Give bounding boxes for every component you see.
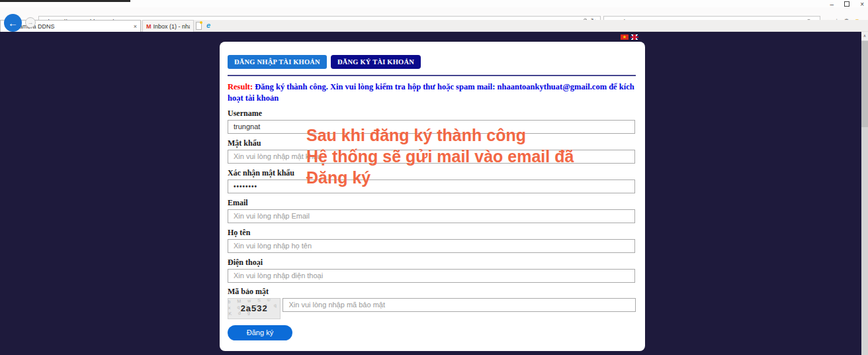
screen-edge-artifact: [0, 0, 130, 2]
browser-tabbar: e Camera DDNS × M Inbox (1) - nhaantoank…: [0, 20, 868, 32]
fullname-label: Họ tên: [228, 228, 636, 238]
annotation-line: Sau khi đăng ký thành công: [306, 125, 574, 146]
maximize-button[interactable]: [844, 1, 849, 7]
annotation-line: Hệ thống sẽ gửi mail vào email đã: [306, 146, 574, 167]
back-button[interactable]: ←: [4, 14, 22, 32]
email-input[interactable]: [228, 209, 635, 223]
result-prefix: Result:: [228, 82, 253, 91]
page-viewport: ★ ĐĂNG NHẬP TÀI KHOẢN ĐĂNG KÝ TÀI KHOẢN …: [0, 32, 868, 355]
new-tab-button[interactable]: [196, 22, 202, 30]
tab-close-icon[interactable]: ×: [134, 23, 137, 30]
tab-label: Inbox (1) - nhaantoankythuat...: [153, 23, 191, 30]
phone-label: Điện thoại: [228, 258, 636, 268]
page-scrollbar[interactable]: ∧: [861, 32, 868, 355]
phone-input[interactable]: [228, 269, 635, 283]
forward-icon: →: [28, 19, 34, 26]
result-message: Result: Đăng ký thành công. Xin vui lòng…: [228, 81, 636, 104]
captcha-label: Mã bảo mật: [228, 287, 636, 297]
register-account-button[interactable]: ĐĂNG KÝ TÀI KHOẢN: [331, 55, 421, 69]
register-card: ĐĂNG NHẬP TÀI KHOẢN ĐĂNG KÝ TÀI KHOẢN Re…: [220, 42, 645, 351]
captcha-code: 2a532: [241, 303, 268, 313]
scroll-up-icon[interactable]: ∧: [861, 32, 868, 40]
divider: [228, 75, 636, 76]
browser-navbar: ← → e https://cameraddns.net/ ▾ ↻ Search…: [0, 7, 868, 20]
result-text: Đăng ký thành công. Xin vui lòng kiểm tr…: [228, 82, 634, 103]
login-account-button[interactable]: ĐĂNG NHẬP TÀI KHOẢN: [228, 55, 327, 69]
forward-button[interactable]: →: [25, 17, 36, 28]
fullname-input[interactable]: [228, 239, 635, 253]
captcha-image: b M w S © x q h T 4 q K d g 2a532: [228, 298, 281, 319]
username-label: Username: [228, 109, 636, 119]
tab-inbox[interactable]: M Inbox (1) - nhaantoankythuat...: [142, 20, 194, 32]
captcha-input[interactable]: [282, 298, 636, 312]
annotation-note: Sau khi đăng ký thành công Hệ thống sẽ g…: [306, 125, 574, 188]
annotation-line: Đăng ký: [306, 167, 574, 188]
ie-icon: e: [206, 21, 210, 29]
scrollbar-thumb[interactable]: [861, 41, 868, 127]
submit-register-button[interactable]: Đăng ký: [228, 325, 292, 340]
english-flag-icon[interactable]: [630, 34, 638, 40]
language-switcher: ★: [621, 34, 638, 40]
gmail-icon: M: [146, 23, 152, 30]
vietnamese-flag-icon[interactable]: ★: [621, 34, 629, 40]
window-titlebar: – ×: [0, 0, 868, 7]
back-icon: ←: [8, 17, 18, 28]
email-label: Email: [228, 198, 636, 208]
